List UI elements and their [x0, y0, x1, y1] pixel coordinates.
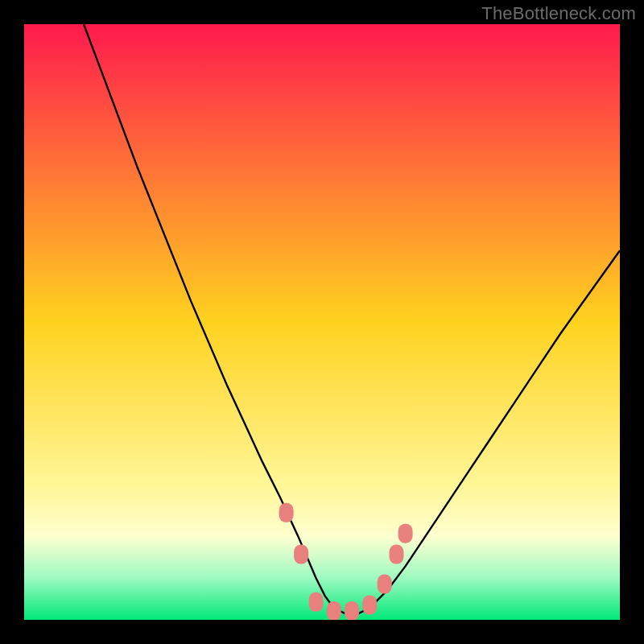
threshold-marker — [294, 545, 308, 564]
threshold-marker — [398, 524, 413, 543]
chart-frame: TheBottleneck.com — [0, 0, 644, 644]
chart-background — [24, 24, 620, 620]
threshold-marker — [390, 545, 404, 564]
chart-svg — [24, 24, 620, 620]
threshold-marker — [279, 503, 294, 522]
threshold-marker — [327, 601, 341, 620]
threshold-marker — [378, 575, 392, 594]
threshold-marker — [362, 596, 377, 615]
threshold-marker — [309, 592, 324, 612]
chart-plot-area — [24, 24, 620, 620]
watermark-text: TheBottleneck.com — [481, 3, 636, 24]
threshold-marker — [345, 601, 359, 620]
